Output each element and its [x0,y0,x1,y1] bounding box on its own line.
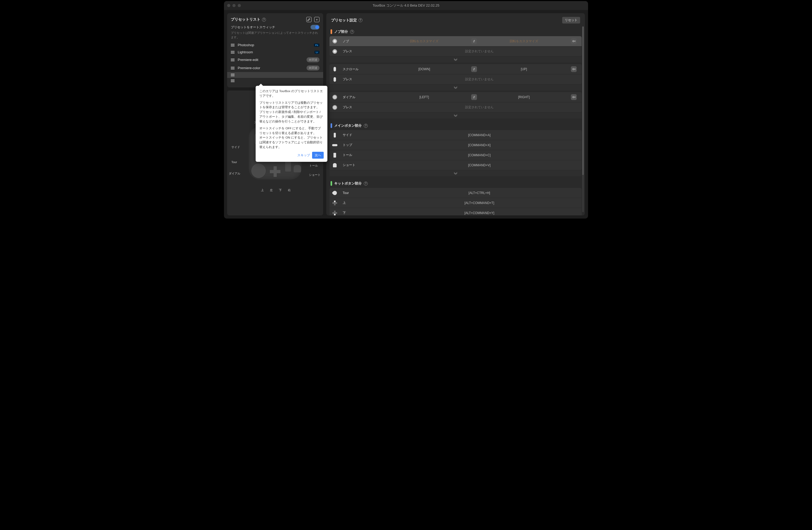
swap-icon[interactable] [471,66,477,72]
haptic-icon[interactable] [571,94,577,100]
edit-preset-button[interactable] [306,17,311,22]
unlinked-tag: 未関連 [306,57,319,62]
label-right: 右 [288,188,291,192]
setting-row[interactable]: ダイアル[LEFT][RIGHT] [330,92,582,102]
expand-chevron[interactable] [330,170,582,176]
preset-item[interactable]: Premiere-edit未関連 [227,56,323,64]
label-tour: Tour [231,160,237,164]
drag-handle-icon[interactable] [231,74,234,76]
tooltip-skip-button[interactable]: スキップ [297,153,310,158]
dial-icon [332,105,337,110]
binding-right: [RIGHT] [479,95,568,99]
section-knob: ノブ部分?ノブ回転をカスタマイズ回転をカスタマイズプレス設定されていませんスクロ… [330,27,582,118]
section-kit-buttons: キットボタン部分?Tour[ALT+CTRL+H]上[ALT+COMMAND+T… [330,179,582,215]
binding-value: [COMMAND+C] [380,153,579,157]
control-name: トール [343,153,380,157]
haptic-icon[interactable] [571,66,577,72]
label-short: ショート [309,173,320,177]
side-icon [332,132,337,138]
section-color-bar [331,181,332,186]
setting-row[interactable]: ノブ回転をカスタマイズ回転をカスタマイズ [330,36,582,46]
preset-item[interactable] [227,78,323,84]
dial-icon [332,95,337,100]
add-preset-button[interactable]: + [314,17,319,22]
tour-icon [332,190,337,196]
app-window: TourBox コンソール 4.0 Beta DEV 22.02.25 プリセッ… [224,1,588,218]
preset-item[interactable]: LightroomLr [227,48,323,56]
scroll-icon [332,67,337,72]
settings-scroll[interactable]: ノブ部分?ノブ回転をカスタマイズ回転をカスタマイズプレス設定されていませんスクロ… [326,27,585,215]
setting-row[interactable]: Tour[ALT+CTRL+H] [330,188,582,198]
preset-list-panel: プリセットリスト ? + プリセットをオートスウィッチ プリセットは関連アプリケ… [227,13,323,87]
preset-name: Photoshop [238,43,311,47]
setting-row[interactable]: プレス設定されていません [330,102,582,112]
expand-chevron[interactable] [330,112,582,118]
haptic-icon[interactable] [571,38,577,44]
traffic-lights[interactable] [227,4,241,7]
app-badge: Lr [315,51,319,54]
control-name: 下 [343,211,380,215]
preset-name: Premiere-color [238,66,303,70]
drag-handle-icon[interactable] [231,44,234,46]
tooltip-next-button[interactable]: 次へ [312,152,324,159]
label-down: 下 [279,188,282,192]
top-icon [332,143,337,148]
binding-value: 設定されていません [380,77,579,82]
control-name: ダイアル [343,95,380,100]
control-name: スクロール [343,67,380,72]
reset-button[interactable]: リセット [562,17,580,24]
setting-row[interactable]: ショート[COMMAND+V] [330,160,582,170]
short-icon [332,162,337,168]
help-icon[interactable]: ? [364,182,368,186]
preset-list: PhotoshopPsLightroomLrPremiere-edit未関連Pr… [227,41,323,84]
dpad-down-icon [332,210,337,216]
setting-row[interactable]: トップ[COMMAND+X] [330,140,582,150]
setting-row[interactable]: プレス設定されていません [330,74,582,84]
auto-switch-desc: プリセットは関連アプリケーションによってオートスウィッチされます。 [231,31,319,39]
label-tall: トール [309,164,318,168]
setting-row[interactable]: トール[COMMAND+C] [330,150,582,160]
section-color-bar [331,123,332,128]
preset-settings-title: プリセット設定 [331,18,357,23]
drag-handle-icon[interactable] [231,67,234,69]
setting-row[interactable]: サイド[COMMAND+A] [330,130,582,140]
expand-chevron[interactable] [330,57,582,62]
section-title: キットボタン部分 [334,181,362,186]
swap-icon[interactable] [471,38,477,44]
binding-left: 回転をカスタマイズ [380,39,469,44]
help-icon[interactable]: ? [364,124,368,128]
control-name: プレス [343,77,380,82]
preset-item[interactable] [227,72,323,78]
drag-handle-icon[interactable] [231,59,234,61]
preset-settings-panel: プリセット設定 ? リセット ノブ部分?ノブ回転をカスタマイズ回転をカスタマイズ… [326,13,585,215]
section-color-bar [331,29,332,34]
scroll-icon [332,77,337,82]
drag-handle-icon[interactable] [231,51,234,54]
expand-chevron[interactable] [330,84,582,90]
setting-row[interactable]: 下[ALT+COMMAND+Y] [330,208,582,215]
setting-row[interactable]: プレス設定されていません [330,46,582,57]
binding-value: [COMMAND+A] [380,133,579,137]
control-name: サイド [343,133,380,137]
auto-switch-toggle[interactable] [310,25,319,30]
help-icon[interactable]: ? [262,18,266,22]
help-icon[interactable]: ? [359,18,362,22]
tall-icon [332,153,337,158]
drag-handle-icon[interactable] [231,80,234,82]
control-name: 上 [343,201,380,205]
preset-item[interactable]: Premiere-color未関連 [227,64,323,72]
swap-icon[interactable] [471,94,477,100]
binding-right: 回転をカスタマイズ [479,39,568,44]
setting-row[interactable]: 上[ALT+COMMAND+T] [330,198,582,208]
setting-row[interactable]: スクロール[DOWN][UP] [330,64,582,74]
onboarding-tooltip: このエリアは TourBox のプリセットリストエリアです。 プリセットリストエ… [256,86,328,162]
scrollbar[interactable] [582,26,584,212]
help-icon[interactable]: ? [350,30,354,34]
preset-item[interactable]: PhotoshopPs [227,41,323,48]
unlinked-tag: 未関連 [306,66,319,70]
binding-left: [LEFT] [380,95,469,99]
preset-name: Premiere-edit [238,58,303,62]
binding-value: 設定されていません [380,49,579,54]
binding-value: 設定されていません [380,105,579,110]
label-up: 上 [261,188,264,192]
